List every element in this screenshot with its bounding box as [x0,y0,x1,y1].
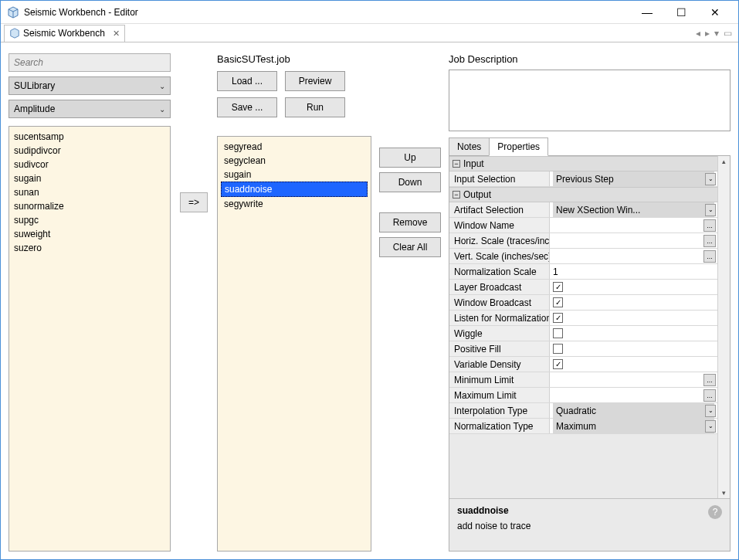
step-controls: Up Down Remove Clear All [379,53,441,552]
job-description-label: Job Description [449,53,731,65]
property-key: Positive Fill [449,341,550,356]
function-list[interactable]: sucentsampsudipdivcorsudivcorsugainsunan… [8,126,171,552]
browse-button[interactable]: ... [703,235,716,247]
browse-button[interactable]: ... [703,219,716,232]
function-item[interactable]: sudivcor [14,158,165,171]
tab-close-icon[interactable]: ✕ [113,29,120,39]
library-panel: SULibrary ⌄ Amplitude ⌄ sucentsampsudipd… [8,53,171,552]
property-value[interactable]: ... [550,388,717,402]
library-select[interactable]: SULibrary ⌄ [8,76,171,95]
job-steps-list[interactable]: segyreadsegycleansugainsuaddnoisesegywri… [217,136,371,552]
tab-properties[interactable]: Properties [489,137,548,156]
function-item[interactable]: suweight [14,227,165,241]
function-item[interactable]: suzero [14,241,165,255]
property-value[interactable]: ✓ [550,280,717,294]
property-key: Window Broadcast [449,295,550,310]
scroll-up-icon[interactable]: ▴ [722,158,726,165]
property-value[interactable]: Quadratic⌄ [550,403,717,418]
checkbox[interactable]: ✓ [553,282,563,292]
dropdown-icon[interactable]: ⌄ [705,420,716,433]
property-value[interactable]: New XSection Win...⌄ [550,202,717,217]
job-step-item[interactable]: suaddnoise [221,182,368,197]
property-group-header[interactable]: −Input [449,156,717,171]
browse-button[interactable]: ... [703,250,716,263]
function-item[interactable]: sunan [14,185,165,199]
checkbox[interactable]: ✓ [553,297,563,307]
maximize-button[interactable]: ☐ [664,2,698,23]
down-button[interactable]: Down [379,172,441,192]
function-item[interactable]: sudipdivcor [14,144,165,158]
add-to-job-button[interactable]: => [180,192,208,212]
properties-scrollbar[interactable]: ▴ ▾ [717,156,730,498]
chevron-down-icon: ⌄ [159,105,165,114]
search-input[interactable] [8,53,171,72]
load-button[interactable]: Load ... [217,71,277,91]
function-item[interactable]: sunormalize [14,199,165,213]
property-value[interactable] [550,326,717,341]
tab-notes[interactable]: Notes [449,137,490,156]
job-step-item[interactable]: segyread [221,140,368,154]
job-title: BasicSUTest.job [217,53,371,65]
tabbar-controls: ◂ ▸ ▾ ▭ [696,28,738,39]
checkbox[interactable] [553,328,563,338]
property-row: Normalization Scale1 [449,264,717,280]
collapse-icon[interactable]: − [453,191,460,199]
property-row: Layer Broadcast✓ [449,280,717,295]
job-step-item[interactable]: segyclean [221,154,368,168]
view-menu-icon[interactable]: ▾ [714,28,719,39]
checkbox[interactable]: ✓ [553,313,563,323]
browse-button[interactable]: ... [703,389,716,402]
maximize-view-icon[interactable]: ▭ [724,28,732,39]
app-window: Seismic Workbench - Editor — ☐ ✕ Seismic… [0,0,739,560]
property-value[interactable]: ... [550,372,717,387]
job-panel: BasicSUTest.job Load ... Preview Save ..… [217,53,371,552]
function-item[interactable]: supgc [14,213,165,227]
property-value[interactable]: 1 [550,264,717,279]
property-value[interactable]: ... [550,249,717,263]
window-title: Seismic Workbench - Editor [24,7,630,18]
property-value[interactable]: Maximum⌄ [550,419,717,433]
dropdown-icon[interactable]: ⌄ [705,204,716,216]
property-value[interactable]: Previous Step⌄ [550,171,717,186]
scroll-down-icon[interactable]: ▾ [722,489,726,497]
remove-button[interactable]: Remove [379,212,441,232]
dropdown-icon[interactable]: ⌄ [705,173,716,185]
clear-all-button[interactable]: Clear All [379,237,441,257]
property-row: Window Name... [449,218,717,233]
property-key: Layer Broadcast [449,280,550,294]
property-value[interactable]: ✓ [550,311,717,325]
category-select[interactable]: Amplitude ⌄ [8,100,171,118]
dropdown-icon[interactable]: ⌄ [705,405,716,417]
run-button[interactable]: Run [285,97,345,117]
minimize-button[interactable]: — [630,2,664,23]
property-value[interactable]: ✓ [550,357,717,372]
tab-next-icon[interactable]: ▸ [705,28,710,39]
collapse-icon[interactable]: − [453,160,460,168]
close-button[interactable]: ✕ [698,2,732,23]
help-icon[interactable]: ? [708,505,722,519]
checkbox[interactable] [553,344,563,354]
function-item[interactable]: sugain [14,171,165,185]
content-area: SULibrary ⌄ Amplitude ⌄ sucentsampsudipd… [1,42,738,559]
property-row: Maximum Limit... [449,388,717,403]
function-item[interactable]: sucentsamp [14,130,165,144]
checkbox[interactable]: ✓ [553,359,563,369]
properties-panel: −InputInput SelectionPrevious Step⌄−Outp… [449,155,731,552]
browse-button[interactable]: ... [703,374,716,386]
property-value[interactable]: ... [550,233,717,248]
preview-button[interactable]: Preview [285,71,345,91]
job-step-item[interactable]: sugain [221,168,368,182]
property-value[interactable]: ... [550,218,717,232]
editor-tab[interactable]: Seismic Workbench ✕ [4,25,125,42]
property-value[interactable]: ✓ [550,295,717,310]
up-button[interactable]: Up [379,148,441,168]
property-help: ? suaddnoise add noise to trace [449,498,730,551]
property-value[interactable] [550,341,717,356]
property-group-header[interactable]: −Output [449,187,717,202]
job-description-input[interactable] [449,70,731,131]
save-button[interactable]: Save ... [217,97,277,117]
property-row: Artifact SelectionNew XSection Win...⌄ [449,202,717,218]
job-step-item[interactable]: segywrite [221,197,368,211]
details-panel: Job Description Notes Properties −InputI… [449,53,731,552]
tab-prev-icon[interactable]: ◂ [696,28,700,39]
